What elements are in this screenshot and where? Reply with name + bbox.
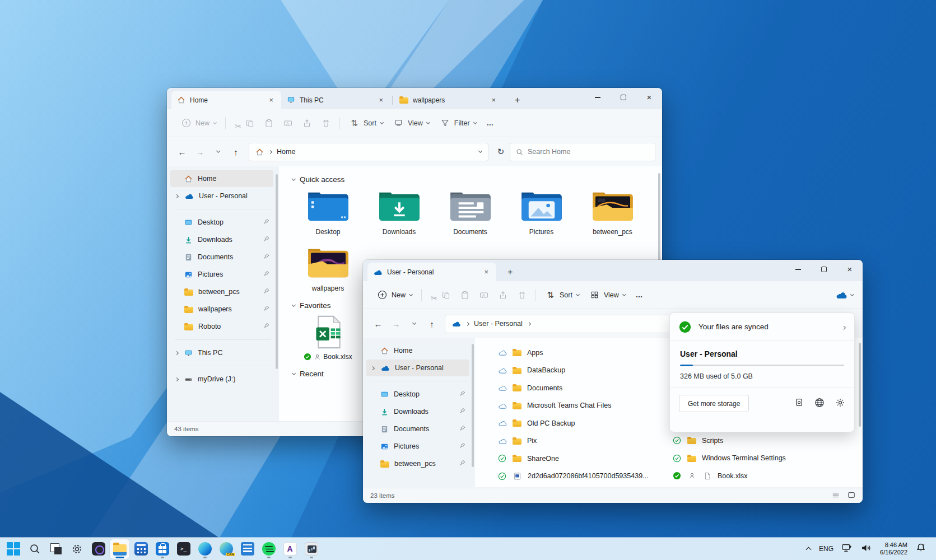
search-input[interactable]: Search Home	[510, 143, 655, 161]
sidebar-scrollbar[interactable]	[472, 344, 474, 467]
spotify-button[interactable]	[259, 539, 278, 559]
up-icon[interactable]: ↑	[423, 315, 440, 332]
see-more-button[interactable]: …	[482, 115, 500, 131]
back-icon[interactable]: ←	[370, 315, 386, 332]
system-monitor-button[interactable]	[301, 539, 321, 559]
paste-icon[interactable]	[455, 287, 474, 304]
file-row[interactable]: ShareOne	[497, 450, 665, 468]
file-row[interactable]: Pix	[497, 432, 665, 450]
back-icon[interactable]: ←	[174, 143, 190, 160]
new-button[interactable]: New	[176, 114, 221, 132]
recycle-bin-icon[interactable]	[794, 398, 804, 409]
file-row[interactable]: DataBackup	[497, 362, 665, 380]
sidebar-item-wallpapers[interactable]: wallpapers	[170, 301, 273, 318]
volume-icon[interactable]	[861, 544, 872, 554]
forward-icon[interactable]: →	[388, 315, 404, 332]
settings-button[interactable]	[67, 539, 87, 559]
notification-bell-icon[interactable]: z	[916, 543, 926, 555]
tab-wallpapers[interactable]: wallpapers ×	[394, 91, 504, 109]
chevron-right-icon[interactable]	[370, 367, 375, 370]
edge-button[interactable]	[195, 539, 215, 559]
sort-button[interactable]: ⇅ Sort	[540, 286, 584, 304]
new-tab-button[interactable]: +	[504, 267, 516, 277]
sidebar-item-this-pc[interactable]: This PC	[170, 344, 273, 361]
recent-locations-icon[interactable]	[209, 143, 226, 160]
section-quick-access[interactable]: Quick access	[292, 175, 662, 184]
edge-canary-button[interactable]	[216, 539, 236, 559]
delete-icon[interactable]	[316, 115, 336, 132]
chevron-right-icon[interactable]	[842, 323, 845, 331]
file-explorer-button[interactable]	[110, 539, 129, 559]
get-more-storage-button[interactable]: Get more storage	[679, 395, 749, 412]
copy-icon[interactable]	[436, 287, 455, 304]
forward-icon[interactable]: →	[192, 143, 208, 160]
content-scrollbar[interactable]	[859, 343, 861, 427]
tab-this-pc[interactable]: This PC ×	[281, 91, 391, 109]
chevron-right-icon[interactable]	[174, 195, 179, 198]
copy-icon[interactable]	[240, 115, 259, 132]
sidebar-item-between-pcs[interactable]: between_pcs	[366, 455, 469, 472]
recent-locations-icon[interactable]	[406, 315, 422, 332]
tile-pictures[interactable]: Pictures	[506, 189, 577, 236]
maximize-button[interactable]	[811, 260, 837, 279]
file-row[interactable]: Windows Terminal Settings	[672, 450, 840, 468]
chevron-right-icon[interactable]	[174, 352, 179, 354]
address-dropdown-icon[interactable]	[478, 149, 482, 153]
gear-icon[interactable]	[835, 398, 845, 410]
tab-home[interactable]: Home ×	[171, 91, 281, 109]
sidebar-item-onedrive[interactable]: User - Personal	[170, 188, 273, 204]
tile-documents[interactable]: Documents	[435, 189, 506, 236]
file-row[interactable]: 2d2d6ad072086bf4105700d5935439...	[497, 468, 665, 486]
tab-user-personal[interactable]: User - Personal ×	[367, 263, 496, 281]
file-row[interactable]: Microsoft Teams Chat Files	[497, 397, 665, 415]
up-icon[interactable]: ↑	[227, 143, 244, 160]
sidebar-item-downloads[interactable]: Downloads	[170, 231, 273, 248]
rename-icon[interactable]: A	[278, 115, 297, 132]
refresh-icon[interactable]: ↻	[493, 144, 509, 160]
view-button[interactable]: View	[388, 114, 435, 132]
sidebar-scrollbar[interactable]	[276, 174, 278, 369]
language-indicator[interactable]: ENG	[819, 545, 833, 553]
sidebar-item-documents[interactable]: Documents	[366, 421, 469, 437]
task-view-button[interactable]	[46, 539, 66, 559]
file-row[interactable]: Apps	[497, 344, 665, 362]
large-icons-view-icon[interactable]	[847, 491, 855, 500]
hidden-icons-chevron[interactable]	[806, 547, 812, 553]
new-button[interactable]: New	[372, 286, 417, 304]
sync-status-row[interactable]: Your files are synced	[670, 313, 854, 341]
view-button[interactable]: View	[584, 286, 631, 304]
tile-desktop[interactable]: Desktop	[292, 189, 364, 236]
search-button[interactable]	[25, 539, 44, 559]
sidebar-item-desktop[interactable]: Desktop	[170, 214, 273, 231]
file-row[interactable]: Documents	[497, 379, 665, 397]
file-row[interactable]: Scripts	[672, 432, 840, 450]
sidebar-item-documents[interactable]: Documents	[170, 249, 273, 265]
sidebar-item-mydrive[interactable]: myDrive (J:)	[170, 371, 273, 388]
share-icon[interactable]	[493, 287, 513, 304]
file-row[interactable]: Book.xlsx	[672, 467, 840, 485]
start-button[interactable]	[3, 539, 23, 559]
sidebar-item-downloads[interactable]: Downloads	[366, 403, 469, 420]
sidebar-item-pictures[interactable]: Pictures	[366, 438, 469, 455]
terminal-button[interactable]: >_	[174, 539, 193, 559]
calculator-button[interactable]	[131, 539, 151, 559]
sidebar-item-pictures[interactable]: Pictures	[170, 266, 273, 283]
store-button[interactable]	[152, 539, 172, 559]
sidebar-item-home[interactable]: Home	[366, 342, 469, 359]
tab-close-icon[interactable]: ×	[489, 96, 498, 104]
tile-between-pcs[interactable]: between_pcs	[577, 189, 648, 236]
tab-close-icon[interactable]: ×	[482, 268, 491, 276]
file-row[interactable]: Old PC Backup	[497, 414, 665, 432]
new-tab-button[interactable]: +	[511, 95, 523, 105]
clock[interactable]: 8:46 AM 6/16/2022	[880, 542, 907, 556]
network-icon[interactable]	[842, 544, 853, 554]
chevron-right-icon[interactable]	[174, 378, 179, 381]
globe-icon[interactable]	[814, 398, 825, 410]
sort-button[interactable]: ⇅ Sort	[344, 114, 388, 132]
tile-wallpapers[interactable]: wallpapers	[292, 246, 364, 292]
tile-downloads[interactable]: Downloads	[364, 189, 435, 236]
sidebar-item-desktop[interactable]: Desktop	[366, 386, 469, 403]
minimize-button[interactable]	[785, 260, 811, 279]
delete-icon[interactable]	[513, 287, 532, 304]
tile-book-xlsx[interactable]: Book.xlsx	[292, 315, 364, 361]
